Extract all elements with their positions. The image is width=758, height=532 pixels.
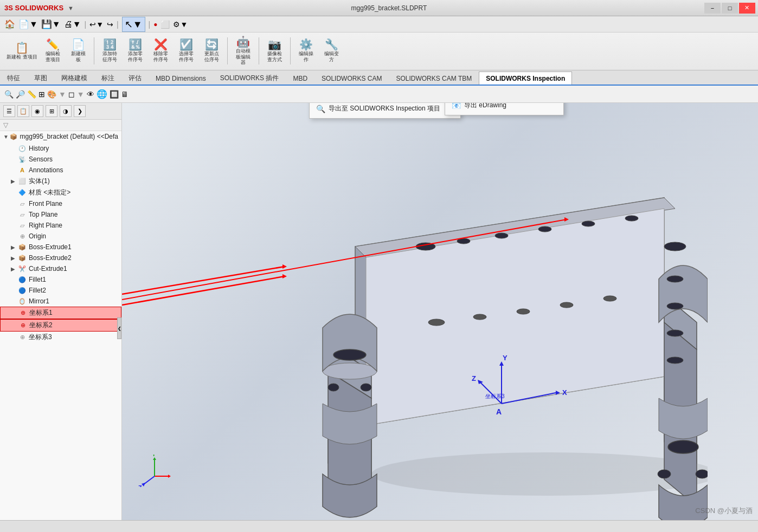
tab-sw-inspect[interactable]: SOLIDWORKS Inspection <box>479 72 572 85</box>
solid-expand[interactable]: ▶ <box>11 178 17 184</box>
tree-item-coord1[interactable]: ⊕ 坐标系1 <box>0 307 121 319</box>
tool-icon2[interactable]: 🔲 <box>110 90 119 99</box>
tree-item-right-plane[interactable]: ▱ Right Plane <box>0 220 121 231</box>
coord1-icon: ⊕ <box>18 309 28 317</box>
tree-item-origin[interactable]: ⊕ Origin <box>0 231 121 242</box>
update-icon: 🔄 <box>205 39 219 50</box>
dot-icon: ● <box>153 21 157 28</box>
update-btn[interactable]: 🔄 更新点位序号 <box>200 38 224 64</box>
auto-template-btn[interactable]: 🤖 自动模板编辑器 <box>231 35 255 67</box>
tree-item-fillet1[interactable]: 🔵 Fillet1 <box>0 274 121 285</box>
cut1-expand[interactable]: ▶ <box>11 266 17 272</box>
select-part-btn[interactable]: ☑️ 选择零件序号 <box>174 38 198 64</box>
tree-item-cut1[interactable]: ▶ ✂️ Cut-Extrude1 <box>0 263 121 274</box>
close-button[interactable]: ✕ <box>739 3 755 14</box>
panel-collapse-handle[interactable]: ❮ <box>117 317 121 339</box>
tool-icon1[interactable]: ◻ <box>68 90 75 99</box>
home-icon[interactable]: 🏠 <box>4 19 15 29</box>
tab-mbd-dim[interactable]: MBD Dimensions <box>149 72 213 85</box>
tab-evaluate[interactable]: 评估 <box>121 72 149 85</box>
panel-icon-display[interactable]: ◉ <box>31 105 43 117</box>
tree-item-solid[interactable]: ▶ ⬜ 实体(1) <box>0 176 121 187</box>
tree-root[interactable]: ▼ 📦 mgg995_bracket (Default) <<Defa <box>0 131 121 142</box>
tab-features[interactable]: 特征 <box>0 72 27 85</box>
boss1-label: Boss-Extrude1 <box>29 243 72 251</box>
filter-icon: ▽ <box>3 121 8 129</box>
svg-point-21 <box>517 309 530 314</box>
remove-part-btn[interactable]: ❌ 移除零件序号 <box>149 38 173 64</box>
boss1-expand[interactable]: ▶ <box>11 244 17 250</box>
edit-op-btn[interactable]: ⚙️ 编辑操作 <box>294 38 318 64</box>
origin-icon: ⊕ <box>17 232 27 241</box>
settings-icon[interactable]: ⚙▼ <box>173 20 188 29</box>
tab-sketch[interactable]: 草图 <box>27 72 54 85</box>
boss2-expand[interactable]: ▶ <box>11 255 17 261</box>
tab-mesh[interactable]: 网格建模 <box>54 72 94 85</box>
tree-item-sensors[interactable]: 📡 Sensors <box>0 154 121 165</box>
cut1-icon: ✂️ <box>17 264 27 273</box>
tab-markup[interactable]: 标注 <box>94 72 121 85</box>
edit-inspection-btn[interactable]: ✏️ 编辑检查项目 <box>41 38 65 64</box>
svg-marker-54 <box>153 457 156 460</box>
right-plane-icon: ▱ <box>17 221 27 230</box>
add-part-btn[interactable]: 🔣 添加零件序号 <box>123 38 147 64</box>
feature-tree-panel: ☰ 📋 ◉ ⊞ ◑ ❯ ▽ ▼ 📦 mgg995_bracket (Defaul… <box>0 103 122 532</box>
tree-item-fillet2[interactable]: 🔵 Fillet2 <box>0 285 121 296</box>
color-icon[interactable]: 🎨 <box>47 90 56 99</box>
select-part-icon: ☑️ <box>179 39 193 50</box>
camera-btn[interactable]: 📷 摄像检查方式 <box>262 38 287 64</box>
svg-text:A: A <box>496 407 502 416</box>
eye-icon[interactable]: 👁 <box>87 90 94 99</box>
origin-label: Origin <box>29 232 46 240</box>
root-icon: 📦 <box>9 132 18 141</box>
measure-icon[interactable]: 📏 <box>27 90 36 99</box>
svg-point-20 <box>473 314 486 320</box>
svg-text:Z: Z <box>472 374 476 382</box>
tree-item-boss1[interactable]: ▶ 📦 Boss-Extrude1 <box>0 242 121 252</box>
sep-vert4 <box>290 37 291 64</box>
tree-item-coord3[interactable]: ⊕ 坐标系3 <box>0 332 121 343</box>
tree-item-boss2[interactable]: ▶ 📦 Boss-Extrude2 <box>0 252 121 263</box>
minimize-button[interactable]: − <box>704 3 721 14</box>
select-icon[interactable]: ↖▼ <box>122 17 145 32</box>
add-part-icon: 🔣 <box>129 39 142 50</box>
zoom2-icon[interactable]: 🔎 <box>16 90 25 99</box>
export-edrawing[interactable]: 📧 导出 eDrawing <box>445 103 563 113</box>
undo-icon[interactable]: ↩▼ <box>89 20 104 29</box>
rect-icon[interactable]: ⬜ <box>160 20 170 29</box>
globe-icon[interactable]: 🌐 <box>97 89 107 99</box>
monitor-icon[interactable]: 🖥 <box>121 90 129 99</box>
tree-item-top-plane[interactable]: ▱ Top Plane <box>0 209 121 220</box>
root-expand[interactable]: ▼ <box>3 134 9 140</box>
tree-item-mirror1[interactable]: 🪞 Mirror1 <box>0 296 121 307</box>
tab-sw-cam[interactable]: SOLIDWORKS CAM <box>314 72 389 85</box>
new-icon[interactable]: 📄▼ <box>18 19 38 29</box>
tree-item-coord2[interactable]: ⊕ 坐标系2 <box>0 319 121 332</box>
maximize-button[interactable]: □ <box>722 3 738 14</box>
panel-icon-props[interactable]: 📋 <box>17 105 29 117</box>
tree-item-front-plane[interactable]: ▱ Front Plane <box>0 198 121 209</box>
tree-item-annotations[interactable]: A Annotations <box>0 165 121 176</box>
fillet2-icon: 🔵 <box>17 286 27 295</box>
save-icon[interactable]: 💾▼ <box>41 19 61 29</box>
print-icon[interactable]: 🖨▼ <box>64 20 81 29</box>
zoom-icon[interactable]: 🔍 <box>4 90 14 99</box>
annotations-label: Annotations <box>29 166 63 174</box>
redo-icon[interactable]: ↪ <box>107 20 113 29</box>
statusbar <box>0 520 758 532</box>
panel-icon-tree[interactable]: ☰ <box>3 105 15 117</box>
add-feature-btn[interactable]: 🔢 添加特征序号 <box>98 38 122 64</box>
edit-variant-btn[interactable]: 🔧 编辑变方 <box>319 38 344 64</box>
panel-icon-mates[interactable]: ◑ <box>60 105 72 117</box>
tree-item-material[interactable]: 🔷 材质 <未指定> <box>0 187 121 198</box>
panel-icon-nav[interactable]: ❯ <box>74 105 86 117</box>
panel-icon-layers[interactable]: ⊞ <box>46 105 57 117</box>
grid-icon[interactable]: ⊞ <box>38 90 45 99</box>
new-template-btn[interactable]: 📄 新建模板 <box>66 38 91 64</box>
tab-sw-plugins[interactable]: SOLIDWORKS 插件 <box>213 72 286 85</box>
tab-sw-cam-tbm[interactable]: SOLIDWORKS CAM TBM <box>389 72 479 85</box>
tab-mbd[interactable]: MBD <box>286 72 314 85</box>
tree-item-history[interactable]: 🕐 History <box>0 143 121 154</box>
export-sw-inspect[interactable]: 🔍 导出至 SOLIDWORKS Inspection 项目 <box>310 103 460 116</box>
new-inspection-btn[interactable]: 📋 新建检 查项目 <box>4 41 40 61</box>
